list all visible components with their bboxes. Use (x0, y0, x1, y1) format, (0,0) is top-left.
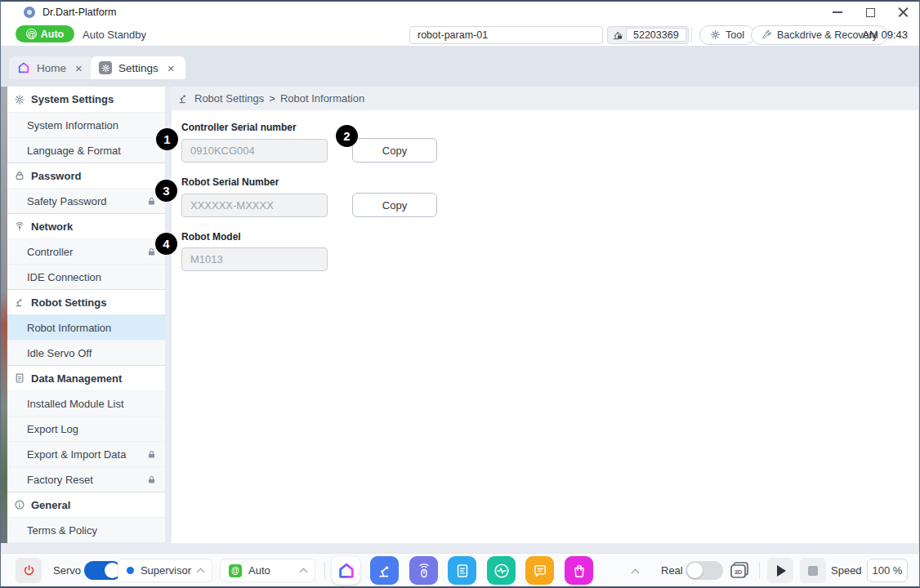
sidebar-section-general[interactable]: General (7, 492, 165, 517)
sidebar-section-system-settings[interactable]: System Settings (7, 87, 165, 112)
sidebar-item-label: Data Management (31, 372, 122, 385)
sidebar-item-language-format[interactable]: Language & Format (7, 137, 165, 163)
tab-bar: Home × Settings × (1, 47, 919, 87)
window-title: Dr.Dart-Platform (42, 7, 116, 18)
sidebar-item-installed-module-list[interactable]: Installed Module List (7, 390, 165, 416)
breadcrumb: Robot Settings > Robot Information (172, 87, 918, 110)
sidebar-item-label: General (31, 499, 70, 511)
sidebar-item-label: Safety Password (27, 195, 107, 207)
sidebar-item-label: Password (31, 170, 81, 182)
sidebar-item-ide-connection[interactable]: IDE Connection (7, 264, 165, 289)
background-strip (1, 87, 7, 543)
controller-serial-input[interactable] (181, 139, 328, 163)
role-select[interactable]: Supervisor (118, 559, 212, 582)
sidebar-item-factory-reset[interactable]: Factory Reset (7, 466, 165, 492)
tab-settings[interactable]: Settings × (91, 56, 185, 79)
stop-button[interactable] (800, 558, 826, 583)
mode-badge-label: Auto (41, 29, 64, 40)
dock-jog-icon[interactable] (409, 556, 438, 585)
stop-icon (808, 566, 818, 576)
gear-icon (710, 29, 721, 40)
annotation-badge-3: 3 (155, 180, 177, 202)
maximize-icon (866, 8, 875, 17)
servo-label: Servo (53, 554, 81, 587)
sidebar-item-label: Controller (27, 246, 73, 258)
robot-arm-icon (177, 92, 190, 105)
dock-home-icon[interactable] (332, 556, 360, 585)
robot-serial-indicator[interactable]: 52203369 (607, 26, 689, 44)
copy-controller-serial-button[interactable]: Copy (352, 138, 437, 163)
sidebar-item-label: Export Log (27, 423, 78, 435)
top-toolbar: @ Auto Auto Standby 52203369 Tool Backdr… (1, 23, 919, 47)
copy-robot-serial-button[interactable]: Copy (352, 193, 437, 217)
close-button[interactable] (887, 2, 919, 23)
lock-icon (146, 449, 157, 460)
minimize-button[interactable] (821, 2, 854, 23)
toolbar-divider (691, 27, 692, 42)
sidebar-item-label: System Settings (31, 93, 114, 105)
window-controls (821, 2, 919, 23)
clock: AM 09:43 (862, 23, 908, 47)
mode-badge[interactable]: @ Auto (16, 25, 74, 42)
sidebar-item-export-log[interactable]: Export Log (7, 416, 165, 441)
minimize-icon (833, 11, 842, 13)
sidebar-section-robot-settings[interactable]: Robot Settings (7, 289, 165, 314)
bottombar-divider (324, 562, 325, 579)
tab-settings-close-icon[interactable]: × (165, 62, 177, 74)
dock-collapse-chevron-icon[interactable] (632, 569, 640, 577)
dock-store-icon[interactable] (565, 556, 593, 585)
sidebar-item-idle-servo-off[interactable]: Idle Servo Off (7, 340, 165, 365)
tab-home-label: Home (37, 62, 66, 74)
dock-log-icon[interactable] (525, 556, 554, 585)
3d-view-icon: 3D (729, 560, 750, 580)
tab-home[interactable]: Home × (9, 56, 93, 79)
app-icon (24, 7, 35, 18)
power-icon (22, 564, 36, 577)
sidebar-item-label: Installed Module List (27, 398, 124, 410)
robot-model-input[interactable] (181, 247, 328, 271)
sidebar-item-terms-policy[interactable]: Terms & Policy (7, 517, 165, 542)
title-bar: Dr.Dart-Platform (1, 2, 919, 23)
speed-value[interactable]: 100 % (867, 559, 908, 582)
sidebar-item-robot-information[interactable]: Robot Information (7, 314, 165, 340)
info-icon (14, 499, 25, 510)
real-toggle[interactable] (686, 561, 723, 580)
settings-sidebar: System Settings System Information Langu… (7, 87, 165, 542)
sidebar-item-controller[interactable]: Controller (7, 238, 165, 264)
tool-button[interactable]: Tool (699, 25, 755, 45)
dock-task-writer-icon[interactable] (448, 556, 476, 585)
sidebar-item-label: Idle Servo Off (27, 347, 92, 359)
sidebar-item-system-information[interactable]: System Information (7, 112, 165, 137)
sidebar-section-network[interactable]: Network (7, 213, 165, 238)
sidebar-item-export-import-data[interactable]: Export & Import Data (7, 441, 165, 466)
sidebar-item-label: Factory Reset (27, 474, 93, 486)
sidebar-section-password[interactable]: Password (7, 163, 165, 188)
chevron-up-icon (300, 568, 308, 576)
dock-task-builder-icon[interactable] (370, 556, 399, 585)
document-icon (14, 372, 25, 384)
servo-toggle[interactable] (84, 561, 122, 580)
auto-mode-icon: @ (26, 29, 37, 39)
play-button[interactable] (767, 558, 793, 583)
simulation-3d-button[interactable]: 3D (729, 560, 750, 580)
robot-arm-icon (14, 296, 25, 308)
svg-text:3D: 3D (735, 568, 743, 576)
maximize-button[interactable] (854, 2, 887, 23)
tool-button-label: Tool (726, 29, 744, 41)
sidebar-item-safety-password[interactable]: Safety Password (7, 188, 165, 213)
main-panel: Robot Settings > Robot Information Contr… (172, 87, 918, 543)
project-name-input[interactable] (409, 26, 603, 44)
annotation-badge-2: 2 (336, 125, 358, 147)
breadcrumb-current: Robot Information (280, 92, 364, 105)
breadcrumb-parent[interactable]: Robot Settings (194, 92, 264, 105)
dock-monitoring-icon[interactable] (487, 556, 516, 585)
field-label-robot-model: Robot Model (181, 231, 918, 243)
mode-select[interactable]: @ Auto (220, 559, 315, 582)
sidebar-item-label: System Information (27, 119, 118, 131)
tab-home-close-icon[interactable]: × (73, 62, 85, 74)
robot-serial-input[interactable] (181, 194, 328, 217)
sidebar-section-data-management[interactable]: Data Management (7, 365, 165, 390)
lock-icon (14, 170, 25, 181)
lock-icon (146, 196, 157, 207)
power-button[interactable] (16, 558, 42, 583)
